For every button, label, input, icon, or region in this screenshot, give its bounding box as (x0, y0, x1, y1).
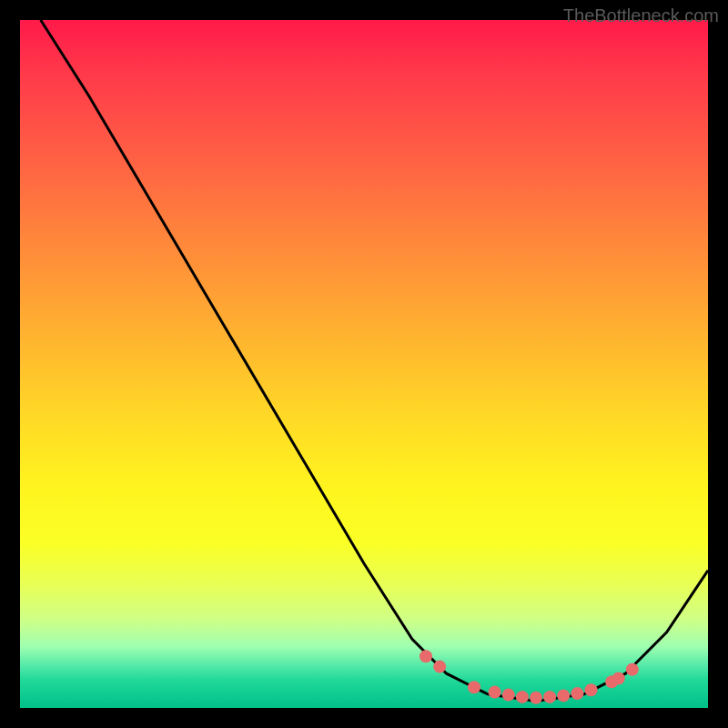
attribution-text: TheBottleneck.com (563, 5, 719, 26)
chart-background (20, 20, 708, 708)
